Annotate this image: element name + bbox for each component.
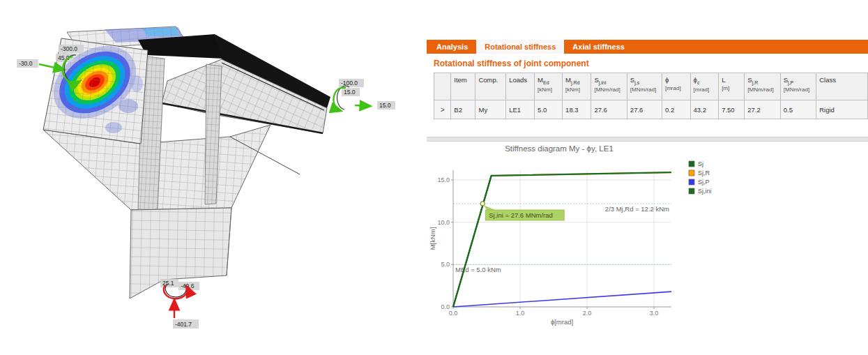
stiffness-table: ItemComp.LoadsMEd[kNm]Mj,Rd[kNm]Sj,ini[M… [434, 73, 868, 119]
stiffness-chart: Stiffness diagram My - ϕy, LE12/3 Mj,Rd … [427, 142, 868, 354]
legend-swatch-Sj [689, 161, 694, 167]
tab-analysis[interactable]: Analysis [428, 40, 476, 54]
column-header-L: L[m] [719, 73, 745, 100]
mesh-model [40, 27, 330, 299]
column-header-expander [434, 73, 451, 100]
load-label-left-axial: -30.0 [19, 60, 33, 67]
reference-label: 2/3 Mj,Rd = 12.2 kNm [605, 205, 669, 213]
load-label-left-moment-1: -300.0 [61, 45, 77, 52]
fem-scene: -30.0 -300.0 45.0 -100.0 15.0 15.0 25.1 … [0, 0, 427, 355]
column-header-M: MEd[kNm] [535, 73, 563, 100]
legend-swatch-Sj,P [689, 179, 694, 185]
legend-label-Sj,ini: Sj,ini [698, 188, 712, 195]
legend-label-Sj,R: Sj,R [698, 169, 710, 176]
load-label-bottom-axial: -401.7 [175, 321, 192, 328]
cell-1: My [475, 100, 506, 119]
cell-6: 27.6 [627, 100, 662, 119]
cell-2: LE1 [506, 100, 535, 119]
column-header-Loads: Loads [506, 73, 535, 100]
cell-3: 5.0 [535, 100, 563, 119]
load-label-right-moment-1: -100.0 [341, 80, 358, 86]
tab-axial-stiffness[interactable]: Axial stiffness [564, 40, 633, 54]
legend-label-Sj,P: Sj,P [698, 179, 710, 186]
annotation-label: Sj,ini = 27.6 MNm/rad [489, 211, 553, 219]
column-header-S: Sj,P[MNm/rad] [780, 73, 816, 100]
y-tick-label: 0.0 [441, 303, 450, 310]
table-row[interactable]: >B2MyLE15.018.327.627.60.243.27.5027.20.… [434, 100, 868, 119]
annotation-marker [480, 202, 485, 206]
column-header-S: Sj,s[MNm/rad] [627, 73, 662, 100]
load-label-right-moment-2: 15.0 [344, 89, 356, 96]
column-header-M: Mj,Rd[kNm] [563, 73, 591, 100]
legend-swatch-Sj,ini [689, 188, 694, 194]
fem-3d-viewer[interactable]: -30.0 -300.0 45.0 -100.0 15.0 15.0 25.1 … [0, 0, 427, 355]
cell-12: Rigid [816, 100, 868, 119]
y-axis-label: M[kNm] [429, 227, 436, 250]
cell-11: 0.5 [780, 100, 816, 119]
stiffness-table-wrap: ItemComp.LoadsMEd[kNm]Mj,Rd[kNm]Sj,ini[M… [434, 73, 868, 119]
column-header-Item: Item [451, 73, 475, 100]
app-window: -30.0 -300.0 45.0 -100.0 15.0 15.0 25.1 … [0, 0, 868, 355]
cell-5: 27.6 [591, 100, 627, 119]
cell-9: 7.50 [719, 100, 745, 119]
splitter[interactable] [427, 137, 868, 142]
stress-contour-panel [40, 31, 149, 144]
cell-4: 18.3 [563, 100, 591, 119]
x-tick-label: 2.0 [583, 310, 592, 317]
y-tick-label: 10.0 [437, 219, 450, 226]
load-label-right-axial: 15.0 [379, 102, 391, 109]
stiffness-diagram-svg: Stiffness diagram My - ϕy, LE12/3 Mj,Rd … [427, 142, 868, 352]
y-tick-label: 5.0 [441, 261, 450, 268]
column-header-S: Sj,R[MNm/rad] [745, 73, 780, 100]
x-tick-label: 0.0 [449, 310, 458, 317]
chart-title: Stiffness diagram My - ϕy, LE1 [505, 144, 614, 153]
row-expander[interactable]: > [434, 100, 451, 119]
legend-swatch-Sj,R [689, 170, 694, 176]
cell-0: B2 [451, 100, 475, 119]
legend-label-Sj: Sj [698, 160, 703, 167]
section-title: Rotational stiffness of joint component [434, 59, 589, 68]
x-tick-label: 1.0 [516, 310, 525, 317]
cell-8: 43.2 [690, 100, 719, 119]
results-panel: AnalysisRotational stiffnessAxial stiffn… [427, 0, 868, 355]
cell-10: 27.2 [745, 100, 780, 119]
reference-label: MEd = 5.0 kNm [455, 266, 501, 273]
column-header-Comp.: Comp. [475, 73, 506, 100]
series-Sj [453, 172, 671, 307]
column-header-Class: Class [816, 73, 868, 100]
column-header-S: Sj,ini[MNm/rad] [591, 73, 627, 100]
results-tab-bar: AnalysisRotational stiffnessAxial stiffn… [427, 40, 868, 54]
tab-rotational-stiffness[interactable]: Rotational stiffness [476, 40, 564, 54]
x-tick-label: 3.0 [650, 310, 659, 317]
series-Sj,P [453, 292, 671, 307]
x-axis-label: ϕ[mrad] [551, 318, 573, 326]
cell-7: 0.2 [662, 100, 690, 119]
y-tick-label: 15.0 [437, 176, 450, 183]
column-header-ϕ: ϕc[mrad] [690, 73, 719, 100]
column-header-ϕ: ϕ[mrad] [662, 73, 690, 100]
